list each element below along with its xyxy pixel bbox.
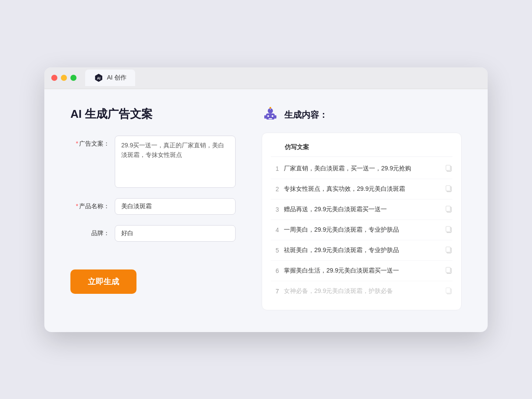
result-text: 赠品再送，29.9元美白淡斑霜买一送一: [284, 205, 441, 214]
page-title: AI 生成广告文案: [70, 106, 236, 122]
svg-rect-4: [264, 115, 266, 119]
result-number: 3: [271, 206, 284, 213]
close-button[interactable]: [51, 75, 57, 81]
table-header: 仿写文案: [271, 142, 452, 157]
product-label: *产品名称：: [70, 198, 110, 210]
result-number: 2: [271, 186, 284, 193]
brand-input[interactable]: [115, 225, 236, 242]
result-number: 6: [271, 267, 284, 274]
copy-icon[interactable]: [445, 184, 452, 194]
svg-rect-24: [446, 288, 450, 293]
result-row: 1厂家直销，美白淡斑霜，买一送一，29.9元抢购: [271, 159, 452, 179]
brand-label: 品牌：: [70, 225, 110, 237]
left-panel: AI 生成广告文案 *广告文案： 29.9买一送一，真正的厂家直销，美白淡斑霜，…: [70, 106, 236, 310]
svg-rect-18: [446, 226, 450, 232]
ad-copy-label: *广告文案：: [70, 136, 110, 148]
result-text: 掌握美白生活，29.9元美白淡斑霜买一送一: [284, 266, 441, 275]
ai-tab-icon: AI: [94, 73, 103, 83]
maximize-button[interactable]: [70, 75, 76, 81]
traffic-lights: [51, 75, 76, 81]
result-text: 一周美白，29.9元美白淡斑霜，专业护肤品: [284, 225, 441, 234]
right-panel: 生成内容： 仿写文案 1厂家直销，美白淡斑霜，买一送一，29.9元抢购 2专抹女…: [262, 106, 462, 310]
ad-copy-group: *广告文案： 29.9买一送一，真正的厂家直销，美白淡斑霜，专抹女性斑点: [70, 136, 236, 188]
svg-point-7: [272, 115, 273, 117]
ai-tab[interactable]: AI AI 创作: [85, 70, 135, 86]
result-number: 4: [271, 226, 284, 233]
copy-icon[interactable]: [445, 225, 452, 235]
copy-icon[interactable]: [445, 246, 452, 255]
copy-icon[interactable]: [445, 205, 452, 214]
result-row: 7女神必备，29.9元美白淡斑霜，护肤必备: [271, 281, 452, 301]
result-number: 5: [271, 247, 284, 254]
robot-icon: [262, 106, 279, 124]
result-text: 厂家直销，美白淡斑霜，买一送一，29.9元抢购: [284, 164, 441, 173]
tab-label: AI 创作: [107, 74, 126, 82]
titlebar: AI AI 创作: [44, 67, 488, 89]
result-number: 7: [271, 288, 284, 295]
svg-rect-20: [446, 247, 450, 252]
svg-rect-5: [275, 115, 276, 119]
copy-icon[interactable]: [445, 266, 452, 276]
product-input[interactable]: [115, 198, 236, 215]
required-mark-product: *: [76, 203, 78, 209]
result-text: 祛斑美白，29.9元美白淡斑霜，专业护肤品: [284, 246, 441, 255]
product-name-group: *产品名称：: [70, 198, 236, 215]
ad-copy-textarea[interactable]: 29.9买一送一，真正的厂家直销，美白淡斑霜，专抹女性斑点: [115, 136, 236, 188]
result-box: 仿写文案 1厂家直销，美白淡斑霜，买一送一，29.9元抢购 2专抹女性斑点，真实…: [262, 133, 462, 310]
generate-button[interactable]: 立即生成: [70, 269, 136, 294]
main-layout: AI 生成广告文案 *广告文案： 29.9买一送一，真正的厂家直销，美白淡斑霜，…: [70, 106, 462, 310]
result-title: 生成内容：: [284, 109, 328, 121]
copy-icon[interactable]: [445, 286, 452, 296]
result-row: 2专抹女性斑点，真实功效，29.9元美白淡斑霜: [271, 179, 452, 200]
result-row: 5祛斑美白，29.9元美白淡斑霜，专业护肤品: [271, 240, 452, 261]
result-text: 专抹女性斑点，真实功效，29.9元美白淡斑霜: [284, 184, 441, 193]
svg-point-10: [269, 107, 271, 109]
svg-rect-14: [446, 186, 450, 191]
result-row: 4一周美白，29.9元美白淡斑霜，专业护肤品: [271, 220, 452, 240]
svg-rect-8: [269, 118, 272, 119]
result-text: 女神必备，29.9元美白淡斑霜，护肤必备: [284, 286, 441, 296]
required-mark-ad: *: [76, 140, 78, 147]
result-row: 3赠品再送，29.9元美白淡斑霜买一送一: [271, 200, 452, 220]
result-header: 生成内容：: [262, 106, 462, 124]
minimize-button[interactable]: [61, 75, 67, 81]
result-row: 6掌握美白生活，29.9元美白淡斑霜买一送一: [271, 261, 452, 281]
svg-text:AI: AI: [97, 76, 100, 80]
browser-window: AI AI 创作 AI 生成广告文案 *广告文案： 29.9买一送一，真正的厂家…: [44, 67, 488, 332]
result-number: 1: [271, 165, 284, 172]
svg-rect-12: [446, 165, 450, 170]
svg-rect-16: [446, 206, 450, 211]
brand-group: 品牌：: [70, 225, 236, 242]
copy-icon[interactable]: [445, 164, 452, 173]
browser-content: AI 生成广告文案 *广告文案： 29.9买一送一，真正的厂家直销，美白淡斑霜，…: [44, 89, 488, 332]
svg-rect-22: [446, 267, 450, 273]
svg-point-6: [267, 115, 269, 117]
results-list: 1厂家直销，美白淡斑霜，买一送一，29.9元抢购 2专抹女性斑点，真实功效，29…: [271, 159, 452, 301]
